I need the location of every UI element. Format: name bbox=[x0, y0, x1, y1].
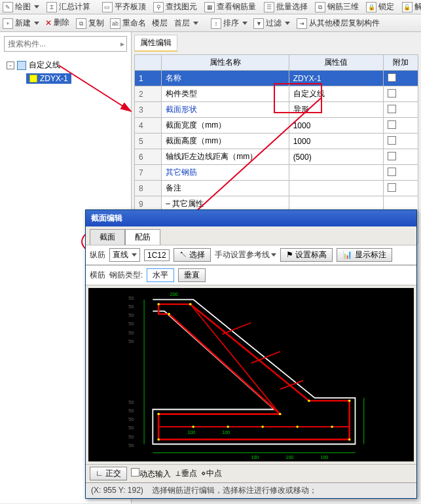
menu-batch-select[interactable]: ☰批量选择 bbox=[264, 1, 308, 12]
property-row[interactable]: 2构件类型自定义线 bbox=[135, 86, 418, 102]
prop-name: 截面形状 bbox=[162, 102, 289, 118]
menu-find[interactable]: ⚲查找图元 bbox=[153, 1, 197, 12]
collapse-icon[interactable]: - bbox=[7, 62, 14, 69]
prop-extra[interactable] bbox=[383, 86, 418, 102]
long-bar-label: 纵筋 bbox=[90, 249, 105, 261]
svg-text:100: 100 bbox=[321, 455, 329, 459]
row-number: 1 bbox=[135, 71, 162, 86]
prop-value[interactable]: ZDYX-1 bbox=[289, 71, 383, 86]
menu-lock[interactable]: 🔒锁定 bbox=[366, 1, 394, 12]
checkbox-icon[interactable] bbox=[388, 136, 396, 145]
prop-extra[interactable] bbox=[383, 102, 418, 118]
sort-button[interactable]: ↕排序 bbox=[211, 18, 247, 29]
property-row[interactable]: 1名称ZDYX-1 bbox=[135, 71, 418, 86]
tree-root-node[interactable]: - 自定义线 bbox=[7, 60, 124, 71]
checkbox-icon[interactable] bbox=[388, 168, 396, 176]
coord-readout: (X: 955 Y: 192) bbox=[91, 486, 143, 495]
cad-drawing: 5050 5050 5050 5050 5050 5050 bbox=[88, 288, 414, 461]
prop-value[interactable]: 异形 bbox=[289, 102, 383, 118]
prop-value[interactable]: 自定义线 bbox=[289, 86, 383, 102]
prop-value[interactable]: 1000 bbox=[289, 118, 383, 134]
dialog-bottom-bar: ∟ 正交 动态输入 ⊥垂点 ⋄中点 bbox=[86, 464, 416, 482]
property-row[interactable]: 8备注 bbox=[135, 181, 418, 196]
prop-extra[interactable] bbox=[383, 71, 418, 86]
manual-ref-label[interactable]: 手动设置参考线 bbox=[215, 249, 276, 261]
component-toolbar: +新建 ✕删除 ⧉复制 ab重命名 楼层 首层 ↕排序 ▼过滤 ⇥从其他楼层复制… bbox=[0, 14, 421, 32]
tree-child-zdyx1[interactable]: ZDYX-1 bbox=[26, 73, 71, 84]
hint-text: 选择钢筋进行编辑，选择标注进行修改或移动； bbox=[152, 486, 317, 495]
svg-point-24 bbox=[157, 303, 160, 306]
spec-input[interactable]: 1C12 bbox=[144, 249, 170, 261]
checkbox-icon[interactable] bbox=[388, 183, 396, 192]
floor-select[interactable]: 首层 bbox=[174, 18, 198, 29]
checkbox-icon[interactable] bbox=[388, 73, 396, 82]
horizontal-button[interactable]: 水平 bbox=[147, 268, 174, 282]
dynamic-input-toggle[interactable]: 动态输入 bbox=[131, 468, 171, 480]
copy-button[interactable]: ⧉复制 bbox=[76, 18, 104, 29]
property-row[interactable]: 6轴线距左边线距离（mm）(500) bbox=[135, 149, 418, 165]
menu-3d[interactable]: ⧉钢筋三维 bbox=[315, 1, 359, 12]
menu-unlock[interactable]: 🔓解锁 bbox=[402, 1, 421, 12]
menu-summary[interactable]: Σ汇总计算 bbox=[46, 1, 90, 12]
property-row[interactable]: 5截面高度（mm）1000 bbox=[135, 134, 418, 149]
row-number: 7 bbox=[135, 165, 162, 181]
prop-extra[interactable] bbox=[383, 181, 418, 196]
svg-point-31 bbox=[348, 399, 351, 402]
delete-button[interactable]: ✕删除 bbox=[45, 17, 69, 28]
col-name: 属性名称 bbox=[162, 55, 289, 71]
svg-text:50: 50 bbox=[128, 408, 134, 413]
search-go-icon[interactable]: ▸ bbox=[120, 39, 124, 48]
svg-point-37 bbox=[331, 425, 333, 428]
checkbox-icon[interactable] bbox=[388, 105, 396, 113]
rename-button[interactable]: ab重命名 bbox=[110, 18, 146, 29]
copy-from-floor-button[interactable]: ⇥从其他楼层复制构件 bbox=[297, 18, 380, 29]
top-menubar: ✎绘图 Σ汇总计算 ▭平齐板顶 ⚲查找图元 ▦查看钢筋量 ☰批量选择 ⧉钢筋三维… bbox=[0, 0, 421, 14]
tab-section[interactable]: 截面 bbox=[90, 229, 125, 245]
component-search[interactable]: ▸ bbox=[4, 36, 127, 52]
prop-extra[interactable] bbox=[383, 134, 418, 149]
svg-point-34 bbox=[227, 425, 229, 428]
svg-text:200: 200 bbox=[170, 292, 178, 297]
tab-rebar[interactable]: 配筋 bbox=[125, 229, 160, 245]
prop-extra[interactable] bbox=[383, 118, 418, 134]
property-row[interactable]: 7其它钢筋 bbox=[135, 165, 418, 181]
folder-icon bbox=[17, 61, 26, 70]
checkbox-icon[interactable] bbox=[388, 152, 396, 160]
svg-point-30 bbox=[348, 439, 351, 441]
row-number: 5 bbox=[135, 134, 162, 149]
search-input[interactable] bbox=[7, 39, 118, 49]
menu-rebar-qty[interactable]: ▦查看钢筋量 bbox=[204, 1, 256, 12]
prop-value[interactable]: 1000 bbox=[289, 134, 383, 149]
svg-point-29 bbox=[157, 439, 160, 441]
ortho-toggle[interactable]: ∟ 正交 bbox=[90, 467, 127, 480]
prop-value[interactable]: (500) bbox=[289, 149, 383, 165]
prop-value[interactable] bbox=[289, 181, 383, 196]
checkbox-icon[interactable] bbox=[388, 120, 396, 129]
property-row[interactable]: 4截面宽度（mm）1000 bbox=[135, 118, 418, 134]
perp-snap[interactable]: ⊥垂点 bbox=[175, 468, 197, 479]
cad-canvas[interactable]: 5050 5050 5050 5050 5050 5050 bbox=[88, 288, 414, 461]
svg-point-26 bbox=[168, 313, 170, 315]
new-button[interactable]: +新建 bbox=[3, 18, 39, 29]
mode-select[interactable]: 直线 bbox=[109, 248, 140, 262]
prop-extra[interactable] bbox=[383, 165, 418, 181]
checkbox-icon[interactable] bbox=[388, 89, 396, 98]
checkbox-icon bbox=[131, 468, 139, 477]
prop-value[interactable] bbox=[289, 165, 383, 181]
prop-extra[interactable] bbox=[383, 149, 418, 165]
show-mark-button[interactable]: 📊 显示标注 bbox=[337, 248, 392, 262]
menu-draw[interactable]: ✎绘图 bbox=[3, 1, 39, 12]
menu-align-top[interactable]: ▭平齐板顶 bbox=[102, 1, 146, 12]
select-button[interactable]: ↖ 选择 bbox=[174, 248, 211, 262]
copy-icon: ⧉ bbox=[76, 18, 86, 29]
filter-button[interactable]: ▼过滤 bbox=[253, 18, 290, 29]
property-row[interactable]: 3截面形状异形 bbox=[135, 102, 418, 118]
vertical-button[interactable]: 垂直 bbox=[178, 268, 206, 282]
svg-point-27 bbox=[279, 413, 282, 416]
section-editor-dialog: 截面编辑 截面 配筋 纵筋 直线 1C12 ↖ 选择 手动设置参考线 ⚑ 设置标… bbox=[85, 209, 417, 499]
prop-name: 名称 bbox=[162, 71, 289, 86]
svg-text:50: 50 bbox=[128, 425, 134, 430]
mid-snap[interactable]: ⋄中点 bbox=[201, 468, 222, 479]
set-mark-button[interactable]: ⚑ 设置标高 bbox=[280, 248, 333, 262]
svg-text:50: 50 bbox=[128, 296, 134, 300]
